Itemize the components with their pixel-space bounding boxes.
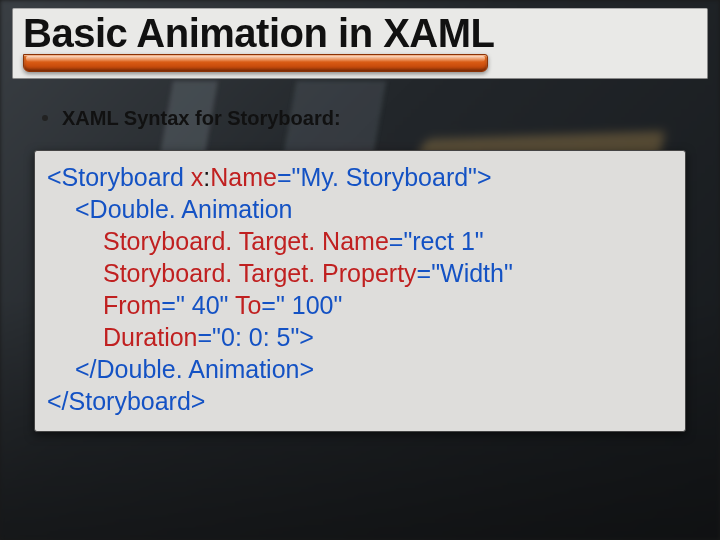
code-line-6: Duration="0: 0: 5"> bbox=[47, 321, 673, 353]
bullet-line: XAML Syntax for Storyboard: bbox=[42, 107, 720, 130]
bullet-text: XAML Syntax for Storyboard: bbox=[62, 107, 341, 129]
code-line-2: <Double. Animation bbox=[47, 193, 673, 225]
code-line-4: Storyboard. Target. Property="Width" bbox=[47, 257, 673, 289]
code-block: <Storyboard x:Name="My. Storyboard"> <Do… bbox=[34, 150, 686, 432]
title-bar: Basic Animation in XAML bbox=[12, 8, 708, 79]
code-line-3: Storyboard. Target. Name="rect 1" bbox=[47, 225, 673, 257]
code-line-1: <Storyboard x:Name="My. Storyboard"> bbox=[47, 161, 673, 193]
slide: Basic Animation in XAML XAML Syntax for … bbox=[0, 8, 720, 540]
title-underline bbox=[23, 54, 488, 72]
code-line-5: From=" 40" To=" 100" bbox=[47, 289, 673, 321]
bullet-icon bbox=[42, 115, 48, 121]
slide-title: Basic Animation in XAML bbox=[23, 11, 697, 56]
code-line-7: </Double. Animation> bbox=[47, 353, 673, 385]
code-line-8: </Storyboard> bbox=[47, 385, 673, 417]
